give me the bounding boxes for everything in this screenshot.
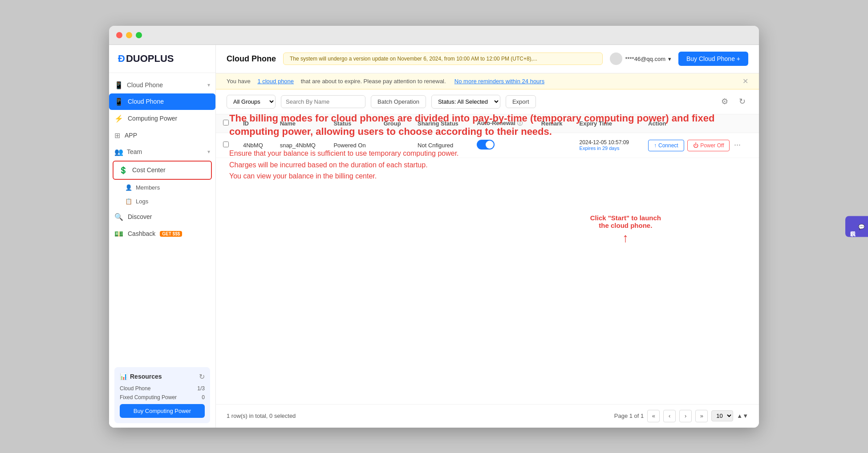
cost-center-box: 💲 Cost Center: [113, 161, 212, 180]
cell-id: 4NbMQ: [236, 133, 273, 158]
more-actions-button[interactable]: ···: [731, 139, 743, 150]
toolbar: All Groups Batch Operation Status: All S…: [216, 89, 759, 114]
minimize-button[interactable]: [126, 32, 132, 38]
table-body: 4NbMQ snap_4NbMQ Powered On Not Cnfigure…: [216, 133, 759, 158]
bar-chart-icon: 📊: [120, 373, 127, 380]
col-id: ID: [236, 114, 273, 133]
table-wrapper: ID Name Status Group Sharing Status Auto…: [216, 114, 759, 404]
chevron-down-user-icon: ▾: [668, 56, 671, 62]
prev-page-button[interactable]: ‹: [663, 410, 676, 422]
cell-auto-renewal: [470, 133, 534, 158]
renewal-banner: You have 1 cloud phone that are about to…: [216, 73, 759, 89]
cell-remark: [534, 133, 572, 158]
last-page-button[interactable]: »: [695, 410, 708, 422]
mobile-icon: 📱: [114, 81, 123, 89]
phone-icon: 📱: [114, 97, 123, 106]
sidebar-group-cloud-phone[interactable]: 📱 Cloud Phone ▾: [109, 77, 215, 93]
sidebar-item-cloud-phone-label: Cloud Phone: [128, 98, 164, 105]
support-button[interactable]: 💬 联系我们: [845, 216, 868, 237]
filter-icon[interactable]: ⚙: [718, 95, 731, 108]
sidebar-item-discover-label: Discover: [128, 213, 152, 220]
user-email: ****46@qq.com: [625, 56, 665, 62]
banner-link[interactable]: 1 cloud phone: [257, 78, 294, 85]
cashback-badge: GET $$$: [160, 231, 182, 237]
logo: Ð DUOPLUS: [109, 45, 215, 73]
cloud-phone-table: ID Name Status Group Sharing Status Auto…: [216, 114, 759, 158]
sidebar-item-cloud-phone[interactable]: 📱 Cloud Phone: [109, 93, 215, 110]
banner-text-after: that are about to expire. Please pay att…: [301, 78, 446, 85]
sidebar: Ð DUOPLUS 📱 Cloud Phone ▾ 📱 Cloud Phone …: [109, 45, 216, 428]
cost-icon: 💲: [119, 166, 128, 174]
chevron-down-icon: ▾: [207, 82, 210, 88]
refresh-icon[interactable]: ↻: [199, 372, 205, 381]
sidebar-item-computing-power-label: Computing Power: [128, 115, 177, 122]
sidebar-item-cashback[interactable]: 💵 Cashback GET $$$: [109, 226, 215, 242]
connect-icon: ↑: [654, 142, 657, 149]
maximize-button[interactable]: [136, 32, 142, 38]
sidebar-item-app[interactable]: ⊞ APP: [109, 127, 215, 144]
first-page-button[interactable]: «: [647, 410, 660, 422]
power-off-button[interactable]: ⏻ Power Off: [687, 140, 730, 151]
discover-icon: 🔍: [114, 213, 123, 221]
logs-icon: 📋: [125, 198, 132, 205]
app-window: Ð DUOPLUS 📱 Cloud Phone ▾ 📱 Cloud Phone …: [109, 26, 759, 428]
no-reminder-link[interactable]: No more reminders within 24 hours: [454, 78, 544, 85]
col-remark: Remark: [534, 114, 572, 133]
user-menu[interactable]: ****46@qq.com ▾: [610, 53, 671, 65]
app-body: Ð DUOPLUS 📱 Cloud Phone ▾ 📱 Cloud Phone …: [109, 45, 759, 428]
sidebar-group-cloud-phone-label: Cloud Phone: [127, 81, 204, 89]
connect-button[interactable]: ↑ Connect: [648, 140, 684, 151]
header-notice: The system will undergo a version update…: [283, 53, 603, 65]
sidebar-item-logs[interactable]: 📋 Logs: [109, 194, 215, 208]
close-button[interactable]: [116, 32, 122, 38]
sidebar-item-cashback-label: Cashback: [128, 230, 155, 237]
batch-operation-button[interactable]: Batch Operation: [371, 95, 426, 108]
banner-text-before: You have: [227, 78, 251, 85]
cell-status: Powered On: [326, 133, 376, 158]
page-size-select[interactable]: 10 20 50: [711, 410, 733, 421]
col-status: Status: [326, 114, 376, 133]
sidebar-item-members-label: Members: [136, 184, 160, 191]
sidebar-item-computing-power[interactable]: ⚡ Computing Power: [109, 110, 215, 127]
cell-name: snap_4NbMQ: [273, 133, 327, 158]
sidebar-group-team[interactable]: 👥 Team ▾: [109, 144, 215, 160]
sidebar-item-discover[interactable]: 🔍 Discover: [109, 209, 215, 225]
header-title: Cloud Phone: [227, 54, 276, 64]
row-checkbox[interactable]: [223, 142, 229, 147]
sidebar-item-members[interactable]: 👤 Members: [109, 181, 215, 194]
chevron-page-icon: ▲▼: [737, 413, 748, 419]
sidebar-item-app-label: APP: [125, 132, 137, 139]
auto-renewal-toggle[interactable]: [477, 140, 495, 150]
sidebar-nav: 📱 Cloud Phone ▾ 📱 Cloud Phone ⚡ Computin…: [109, 73, 215, 363]
cell-group: [377, 133, 410, 158]
fixed-power-resource-value: 0: [202, 394, 205, 400]
close-icon[interactable]: ✕: [742, 77, 748, 85]
cell-sharing-status: Not Cnfigured: [410, 133, 470, 158]
cloud-phone-resource-value: 1/3: [197, 385, 205, 392]
sidebar-item-logs-label: Logs: [136, 198, 148, 205]
table-footer: 1 row(s) in total, 0 selected Page 1 of …: [216, 404, 759, 428]
sidebar-item-cost-center[interactable]: 💲 Cost Center: [114, 162, 211, 178]
col-action: Action: [641, 114, 759, 133]
buy-cloud-phone-button[interactable]: Buy Cloud Phone +: [678, 52, 748, 66]
refresh-table-icon[interactable]: ↻: [736, 95, 748, 108]
fixed-power-resource-row: Fixed Computing Power 0: [120, 394, 205, 400]
col-group: Group: [377, 114, 410, 133]
team-icon: 👥: [114, 148, 123, 156]
buy-computing-power-button[interactable]: Buy Computing Power: [120, 404, 205, 418]
page-info: Page 1 of 1: [614, 413, 644, 419]
title-bar: [109, 26, 759, 45]
col-sharing-status: Sharing Status: [410, 114, 470, 133]
export-button[interactable]: Export: [506, 95, 536, 108]
status-select[interactable]: Status: All Selected: [431, 95, 500, 109]
search-input[interactable]: [281, 95, 365, 108]
logo-icon: Ð: [118, 53, 125, 65]
next-page-button[interactable]: ›: [679, 410, 692, 422]
row-count: 1 row(s) in total, 0 selected: [227, 413, 296, 419]
col-expiry-time: Expiry Time: [572, 114, 641, 133]
select-all-checkbox[interactable]: [223, 120, 229, 125]
resources-box: 📊 Resources ↻ Cloud Phone 1/3 Fixed Comp…: [114, 367, 210, 423]
auto-renewal-info-icon[interactable]: ⓘ: [517, 120, 523, 126]
all-groups-select[interactable]: All Groups: [227, 95, 276, 109]
avatar: [610, 53, 622, 65]
